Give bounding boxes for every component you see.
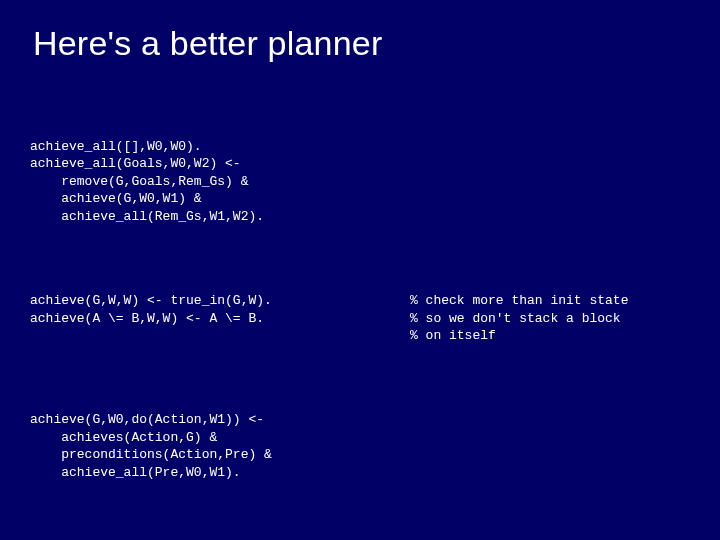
code-block-2-comment: % check more than init state % so we don… [410, 292, 690, 345]
code-block-2-left: achieve(G,W,W) <- true_in(G,W). achieve(… [30, 292, 410, 345]
code-block-2: achieve(G,W,W) <- true_in(G,W). achieve(… [30, 292, 690, 345]
code-block-1: achieve_all([],W0,W0). achieve_all(Goals… [30, 138, 690, 226]
slide: Here's a better planner achieve_all([],W… [0, 0, 720, 540]
slide-title: Here's a better planner [33, 24, 690, 63]
code-area: achieve_all([],W0,W0). achieve_all(Goals… [30, 85, 690, 540]
code-block-3: achieve(G,W0,do(Action,W1)) <- achieves(… [30, 411, 690, 481]
